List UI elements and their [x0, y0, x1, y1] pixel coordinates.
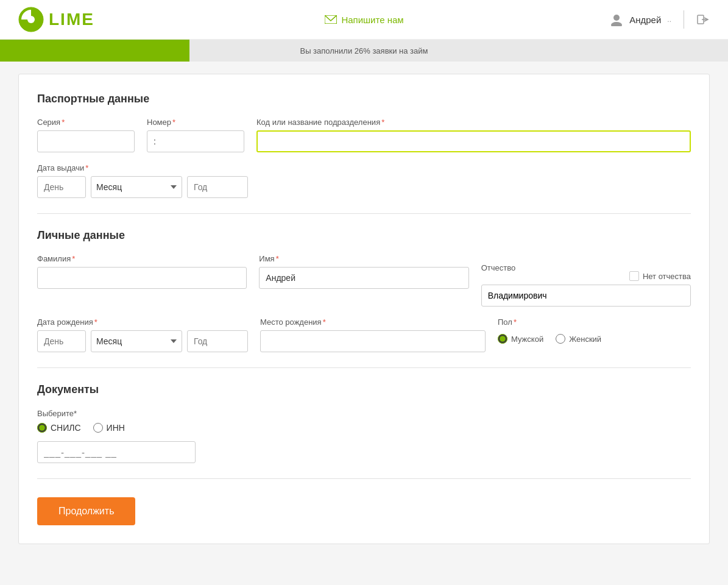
dob-month-select[interactable]: Месяц ЯнварьФевральМарт АпрельМайИюнь Ию… — [91, 330, 182, 352]
svg-point-1 — [27, 16, 35, 23]
date-vydachi-group: Дата выдачи* Месяц ЯнварьФевральМарт Апр… — [37, 163, 691, 198]
date-vydachi-label: Дата выдачи* — [37, 163, 691, 172]
otchestvo-label: Отчество — [481, 263, 516, 272]
month-vydachi-select[interactable]: Месяц ЯнварьФевральМарт АпрельМайИюнь Ию… — [91, 176, 182, 198]
pol-options: Мужской Женский — [498, 334, 620, 344]
passport-row1: Серия* Номер* Код или название подраздел… — [37, 118, 691, 152]
otchestvo-input[interactable]: Владимирович — [481, 285, 691, 307]
svg-point-3 — [613, 15, 620, 21]
snils-field-container — [37, 441, 196, 463]
contact-label: Напишите нам — [341, 15, 403, 25]
imya-group: Имя* Андрей — [259, 254, 468, 307]
personal-section: Личные данные Фамилия* Имя* Андрей — [37, 229, 691, 352]
snils-label: СНИЛС — [51, 423, 81, 433]
section-divider-2 — [37, 367, 691, 368]
header-contact[interactable]: Напишите нам — [324, 15, 403, 25]
user-dots: .. — [667, 15, 671, 24]
otchestvo-group: Отчество Нет отчества Владимирович — [481, 254, 691, 307]
dob-group: Дата рождения* Месяц ЯнварьФевральМарт А… — [37, 317, 248, 352]
user-name: Андрей — [629, 15, 661, 25]
inn-label: ИНН — [107, 423, 125, 433]
day-vydachi-input[interactable] — [37, 176, 86, 198]
section-divider-1 — [37, 213, 691, 214]
pol-female-label: Женский — [569, 335, 601, 344]
no-otchestvo-label: Нет отчества — [643, 272, 691, 281]
logo-icon — [18, 7, 44, 32]
section-divider-3 — [37, 478, 691, 479]
envelope-icon — [324, 15, 336, 24]
pol-female-option[interactable]: Женский — [556, 334, 601, 344]
docs-select-label: Выберите* — [37, 409, 77, 418]
personal-row2: Дата рождения* Месяц ЯнварьФевральМарт А… — [37, 317, 691, 352]
nomer-input[interactable] — [147, 130, 244, 152]
nomer-group: Номер* — [147, 118, 244, 152]
mesto-label: Место рождения* — [260, 317, 486, 327]
svg-point-4 — [611, 22, 622, 26]
no-otchestvo-checkbox[interactable] — [629, 271, 639, 281]
date-vydachi-row: Месяц ЯнварьФевральМарт АпрельМайИюнь Ию… — [37, 176, 691, 198]
documents-section: Документы Выберите* СНИЛС ИНН — [37, 383, 691, 463]
submit-row: Продолжить — [37, 497, 691, 525]
logo-text: LIME — [49, 10, 94, 29]
imya-input[interactable]: Андрей — [259, 267, 468, 289]
progress-bar-container: Вы заполнили 26% заявки на займ — [0, 40, 728, 62]
year-vydachi-input[interactable] — [187, 176, 248, 198]
progress-text: Вы заполнили 26% заявки на займ — [300, 46, 428, 55]
dob-label: Дата рождения* — [37, 317, 248, 327]
pol-male-label: Мужской — [511, 335, 543, 344]
inn-option[interactable]: ИНН — [93, 423, 125, 433]
familiya-label: Фамилия* — [37, 254, 247, 263]
header-divider — [684, 10, 684, 29]
dob-day-input[interactable] — [37, 330, 86, 352]
personal-section-title: Личные данные — [37, 229, 691, 242]
snils-input[interactable] — [37, 441, 196, 463]
nomer-label: Номер* — [147, 118, 244, 127]
passport-section-title: Паспортные данные — [37, 93, 691, 105]
no-otchestvo-container: Нет отчества — [629, 271, 691, 281]
mesto-input[interactable] — [260, 330, 486, 352]
docs-select-row: Выберите* СНИЛС ИНН — [37, 408, 691, 433]
progress-bar-fill — [0, 40, 189, 62]
passport-section: Паспортные данные Серия* Номер* — [37, 93, 691, 198]
otchestvo-header: Отчество Нет отчества — [481, 254, 691, 281]
user-avatar-icon — [610, 13, 623, 26]
continue-button[interactable]: Продолжить — [37, 497, 135, 525]
personal-row1: Фамилия* Имя* Андрей Отчество — [37, 254, 691, 307]
pol-female-radio[interactable] — [556, 334, 565, 344]
kod-group: Код или название подразделения* — [256, 118, 691, 152]
pol-male-radio[interactable] — [498, 334, 507, 344]
snils-option[interactable]: СНИЛС — [37, 423, 81, 433]
kod-input[interactable] — [256, 130, 691, 152]
seria-input[interactable] — [37, 130, 135, 152]
logout-icon[interactable] — [696, 13, 710, 26]
pol-label: Пол* — [498, 317, 620, 327]
docs-options: СНИЛС ИНН — [37, 423, 691, 433]
dob-date-row: Месяц ЯнварьФевральМарт АпрельМайИюнь Ию… — [37, 330, 248, 352]
imya-label: Имя* — [259, 254, 468, 263]
logo-container: LIME — [18, 7, 94, 32]
familiya-input[interactable] — [37, 267, 247, 289]
form-card: Паспортные данные Серия* Номер* — [18, 74, 710, 544]
header-right: Андрей .. — [610, 10, 710, 29]
familiya-group: Фамилия* — [37, 254, 247, 307]
dob-year-input[interactable] — [187, 330, 248, 352]
inn-radio[interactable] — [93, 423, 103, 433]
main-content: Паспортные данные Серия* Номер* — [0, 62, 728, 556]
documents-section-title: Документы — [37, 383, 691, 396]
kod-label: Код или название подразделения* — [256, 118, 691, 127]
seria-group: Серия* — [37, 118, 135, 152]
mesto-group: Место рождения* — [260, 317, 486, 352]
header: LIME Напишите нам Андрей .. — [0, 0, 728, 40]
seria-label: Серия* — [37, 118, 135, 127]
pol-group: Пол* Мужской Женский — [498, 317, 620, 344]
pol-male-option[interactable]: Мужской — [498, 334, 543, 344]
snils-radio[interactable] — [37, 423, 47, 433]
